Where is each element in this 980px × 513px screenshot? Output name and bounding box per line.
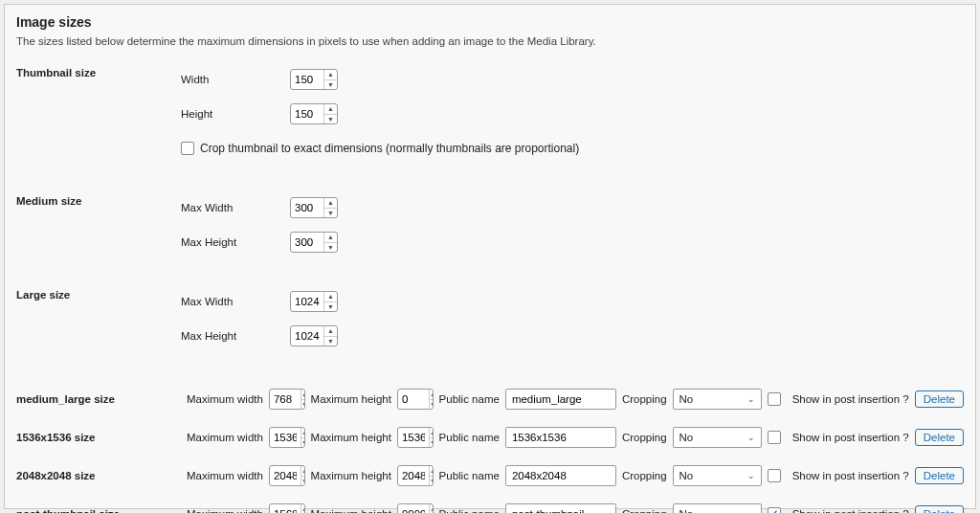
spinner-buttons[interactable]: ▲▼ xyxy=(301,466,305,485)
maximum-height-label: Maximum height xyxy=(311,470,391,481)
chevron-down-icon: ⌄ xyxy=(747,471,755,480)
height-label: Height xyxy=(181,108,290,120)
custom-sizes-list: medium_large sizeMaximum width▲▼Maximum … xyxy=(16,380,964,513)
public-name-label: Public name xyxy=(439,432,500,443)
spinner-buttons[interactable]: ▲▼ xyxy=(323,326,337,346)
maximum-width-label: Maximum width xyxy=(187,432,263,443)
show-in-post-label: Show in post insertion ? xyxy=(792,508,909,513)
delete-button[interactable]: Delete xyxy=(915,467,964,484)
custom-size-title: 1536x1536 size xyxy=(16,432,181,443)
cropping-select[interactable]: No⌄ xyxy=(673,389,762,410)
custom-height-input[interactable]: ▲▼ xyxy=(397,465,434,486)
custom-height-input[interactable]: ▲▼ xyxy=(397,389,434,410)
large-height-input[interactable]: ▲▼ xyxy=(290,325,338,346)
maximum-height-label: Maximum height xyxy=(311,432,391,443)
spinner-buttons[interactable]: ▲▼ xyxy=(429,466,434,485)
crop-thumbnail-checkbox[interactable] xyxy=(181,142,194,155)
show-in-post-label: Show in post insertion ? xyxy=(792,470,909,481)
width-label: Width xyxy=(181,74,290,85)
show-in-post-checkbox[interactable] xyxy=(768,431,781,444)
thumbnail-title: Thumbnail size xyxy=(16,64,181,78)
large-block: Large size Max Width ▲▼ Max Height ▲▼ xyxy=(16,286,964,351)
custom-size-row: post-thumbnail sizeMaximum width▲▼Maximu… xyxy=(16,495,964,513)
custom-height-input[interactable]: ▲▼ xyxy=(397,427,434,448)
custom-width-input[interactable]: ▲▼ xyxy=(269,465,305,486)
maximum-height-label: Maximum height xyxy=(311,393,391,405)
public-name-input[interactable] xyxy=(505,427,616,448)
spinner-buttons[interactable]: ▲▼ xyxy=(429,390,434,409)
medium-height-input[interactable]: ▲▼ xyxy=(290,232,338,253)
public-name-input[interactable] xyxy=(505,503,616,513)
public-name-label: Public name xyxy=(439,508,500,513)
image-sizes-panel: Image sizes The sizes listed below deter… xyxy=(4,4,976,509)
max-height-label: Max Height xyxy=(181,236,290,248)
spinner-buttons[interactable]: ▲▼ xyxy=(429,428,434,447)
public-name-input[interactable] xyxy=(505,389,616,410)
max-width-label: Max Width xyxy=(181,296,290,307)
delete-button[interactable]: Delete xyxy=(915,429,964,446)
maximum-width-label: Maximum width xyxy=(187,508,263,513)
custom-width-input[interactable]: ▲▼ xyxy=(269,427,305,448)
custom-size-title: medium_large size xyxy=(16,393,181,405)
show-in-post-checkbox[interactable] xyxy=(768,507,781,513)
thumbnail-width-input[interactable]: ▲▼ xyxy=(290,69,338,90)
spinner-buttons[interactable]: ▲▼ xyxy=(323,198,337,217)
spinner-buttons[interactable]: ▲▼ xyxy=(429,504,434,513)
cropping-select[interactable]: No⌄ xyxy=(673,465,762,486)
public-name-input[interactable] xyxy=(505,465,616,486)
crop-thumbnail-label: Crop thumbnail to exact dimensions (norm… xyxy=(200,142,579,155)
cropping-label: Cropping xyxy=(622,432,667,443)
custom-width-input[interactable]: ▲▼ xyxy=(269,389,305,410)
public-name-label: Public name xyxy=(439,470,500,481)
section-description: The sizes listed below determine the max… xyxy=(16,35,964,47)
chevron-down-icon: ⌄ xyxy=(747,433,755,442)
show-in-post-checkbox[interactable] xyxy=(768,392,781,406)
max-width-label: Max Width xyxy=(181,202,290,213)
custom-size-title: post-thumbnail size xyxy=(16,508,181,513)
spinner-buttons[interactable]: ▲▼ xyxy=(323,70,337,89)
medium-block: Medium size Max Width ▲▼ Max Height ▲▼ xyxy=(16,192,964,257)
maximum-height-label: Maximum height xyxy=(311,508,391,513)
cropping-select[interactable]: No⌄ xyxy=(673,503,762,513)
spinner-buttons[interactable]: ▲▼ xyxy=(301,504,305,513)
chevron-down-icon: ⌄ xyxy=(747,394,755,404)
chevron-down-icon: ⌄ xyxy=(747,509,755,513)
large-width-input[interactable]: ▲▼ xyxy=(290,291,338,312)
medium-title: Medium size xyxy=(16,192,181,207)
custom-size-row: 1536x1536 sizeMaximum width▲▼Maximum hei… xyxy=(16,418,964,457)
spinner-buttons[interactable]: ▲▼ xyxy=(301,390,305,409)
delete-button[interactable]: Delete xyxy=(915,390,964,408)
max-height-label: Max Height xyxy=(181,330,290,342)
section-heading: Image sizes xyxy=(16,14,964,30)
spinner-buttons[interactable]: ▲▼ xyxy=(301,428,305,447)
show-in-post-checkbox[interactable] xyxy=(768,469,781,482)
cropping-label: Cropping xyxy=(622,393,667,405)
thumbnail-block: Thumbnail size Width ▲▼ Height ▲▼ Crop t… xyxy=(16,64,964,164)
maximum-width-label: Maximum width xyxy=(187,470,263,481)
custom-width-input[interactable]: ▲▼ xyxy=(269,503,305,513)
show-in-post-label: Show in post insertion ? xyxy=(792,432,909,443)
custom-height-input[interactable]: ▲▼ xyxy=(397,503,434,513)
medium-width-input[interactable]: ▲▼ xyxy=(290,197,338,218)
custom-size-row: 2048x2048 sizeMaximum width▲▼Maximum hei… xyxy=(16,457,964,495)
delete-button[interactable]: Delete xyxy=(915,505,964,513)
cropping-select[interactable]: No⌄ xyxy=(673,427,762,448)
spinner-buttons[interactable]: ▲▼ xyxy=(323,292,337,311)
spinner-buttons[interactable]: ▲▼ xyxy=(323,104,337,123)
thumbnail-height-input[interactable]: ▲▼ xyxy=(290,103,338,124)
show-in-post-label: Show in post insertion ? xyxy=(792,393,909,405)
large-title: Large size xyxy=(16,286,181,301)
cropping-label: Cropping xyxy=(622,470,667,481)
maximum-width-label: Maximum width xyxy=(187,393,263,405)
cropping-label: Cropping xyxy=(622,508,667,513)
custom-size-title: 2048x2048 size xyxy=(16,470,181,481)
spinner-buttons[interactable]: ▲▼ xyxy=(323,233,337,252)
public-name-label: Public name xyxy=(439,393,500,405)
custom-size-row: medium_large sizeMaximum width▲▼Maximum … xyxy=(16,380,964,418)
